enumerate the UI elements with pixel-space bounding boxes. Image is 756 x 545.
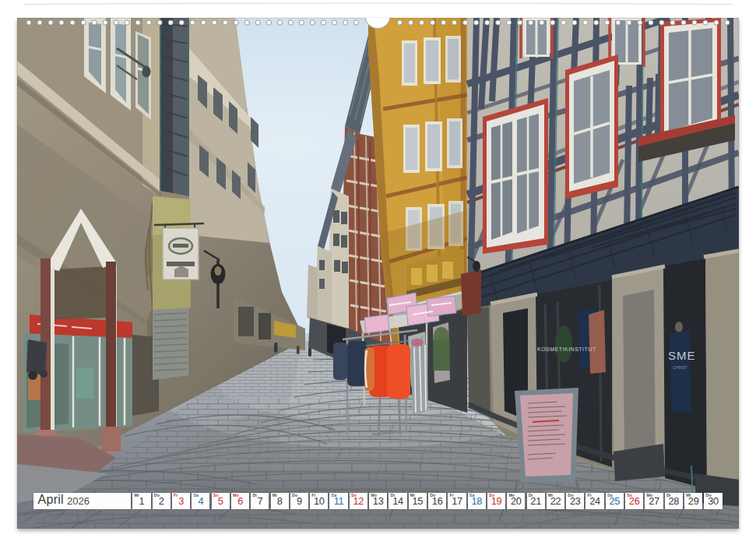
- svg-text:CHRIST: CHRIST: [673, 365, 687, 370]
- svg-text:SME: SME: [668, 349, 696, 362]
- svg-text:KOSMETIKINSTITUT: KOSMETIKINSTITUT: [537, 346, 596, 352]
